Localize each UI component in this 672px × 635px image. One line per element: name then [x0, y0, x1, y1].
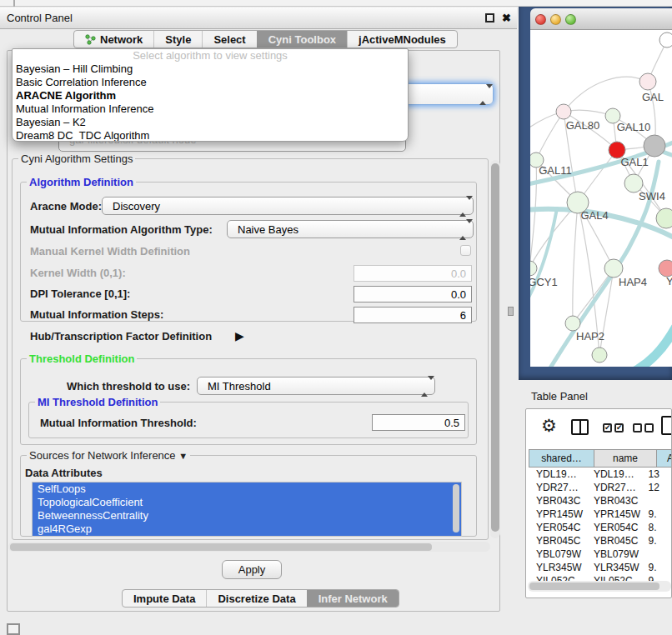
table-hscrollbar-thumb[interactable]	[529, 582, 659, 590]
tab-style-label: Style	[165, 33, 191, 46]
network-node-right-green[interactable]	[656, 208, 672, 228]
algorithm-option-bayesian-hill-climbing[interactable]: Bayesian – Hill Climbing	[13, 62, 408, 76]
table-cell	[640, 494, 672, 508]
table-cell: YDL19…	[529, 468, 586, 481]
hub-factor-expander-label[interactable]: Hub/Transcription Factor Definition	[30, 330, 212, 342]
top-toolbar-tick	[13, 0, 15, 7]
aracne-mode-combo[interactable]: Discovery	[102, 197, 474, 215]
mi-threshold-field[interactable]: 0.5	[372, 414, 465, 431]
algorithm-option-aracne-algorithm[interactable]: ARACNE Algorithm	[13, 89, 408, 102]
table-cell: YBR045C	[529, 534, 586, 548]
network-node-hap4[interactable]	[604, 259, 623, 278]
table-body: YDL19…YDL19…13YDR27…YDR27…12YBR043CYBR04…	[529, 468, 672, 588]
dpi-tolerance-value: 0.0	[451, 288, 466, 301]
window-minimize-button[interactable]	[550, 14, 561, 25]
algorithm-option-bayesian-k2[interactable]: Bayesian – K2	[13, 116, 408, 129]
network-node-gal-top[interactable]	[639, 73, 656, 90]
table-row-5[interactable]: YBR045CYBR045C9.	[529, 534, 672, 548]
tab-impute-data-label: Impute Data	[133, 592, 195, 605]
network-node-label-gal10: GAL10	[617, 121, 650, 133]
which-threshold-label: Which threshold to use:	[67, 380, 190, 392]
tab-select[interactable]: Select	[202, 31, 256, 48]
float-panel-icon[interactable]	[7, 623, 20, 635]
control-panel-titlebar: Control Panel ✖	[0, 8, 517, 29]
table-row-2[interactable]: YBR043CYBR043C	[529, 494, 672, 508]
table-row-1[interactable]: YDR27…YDR27…12	[529, 481, 672, 494]
split-columns-icon[interactable]	[571, 419, 589, 435]
table-cell: YDR27…	[529, 481, 586, 494]
tab-infer-network[interactable]: Infer Network	[307, 590, 399, 607]
mi-steps-value: 6	[460, 309, 466, 322]
algorithm-option-basic-correlation-inference[interactable]: Basic Correlation Inference	[13, 76, 408, 89]
unchecked-checkboxes-icon[interactable]	[633, 423, 654, 432]
which-threshold-combo[interactable]: MI Threshold	[197, 377, 435, 395]
document-icon[interactable]	[661, 416, 672, 435]
apply-button[interactable]: Apply	[222, 560, 282, 579]
manual-kernel-width-checkbox[interactable]	[460, 245, 471, 256]
tab-discretize-data[interactable]: Discretize Data	[206, 590, 306, 607]
mi-steps-label: Mutual Information Steps:	[30, 308, 163, 321]
combo-stepper-icon	[421, 380, 429, 392]
float-window-icon[interactable]	[485, 13, 494, 22]
table-row-4[interactable]: YER054CYER054C8.	[529, 521, 672, 534]
kernel-width-label: Kernel Width (0,1):	[30, 267, 126, 279]
table-row-0[interactable]: YDL19…YDL19…13	[529, 468, 672, 481]
close-icon[interactable]: ✖	[502, 11, 511, 26]
network-node-y-salmon[interactable]	[659, 260, 672, 277]
algorithm-option-dream8-dc-tdc-algorithm[interactable]: Dream8 DC_TDC Algorithm	[13, 129, 408, 142]
table-cell: YBL079W	[529, 548, 586, 561]
attribute-item-gal4rgexp[interactable]: gal4RGexp	[33, 522, 461, 536]
table-cell: 8.	[640, 521, 672, 534]
tab-style[interactable]: Style	[153, 31, 202, 48]
sources-title[interactable]: Sources for Network Inference ▼	[27, 449, 190, 462]
mi-algorithm-type-combo[interactable]: Naive Bayes	[227, 220, 474, 238]
settings-hscrollbar-thumb[interactable]	[10, 543, 432, 551]
network-node-gcy1[interactable]	[530, 261, 537, 276]
network-window-titlebar[interactable]	[530, 8, 672, 30]
control-panel-title: Control Panel	[7, 8, 73, 28]
combo-stepper-icon	[459, 223, 467, 235]
attributes-scrollbar-thumb[interactable]	[453, 484, 459, 532]
split-pane-handle[interactable]	[508, 307, 514, 316]
expand-right-icon[interactable]: ▶	[235, 329, 244, 342]
tab-network[interactable]: Network	[74, 31, 153, 48]
algorithm-option-mutual-information-inference[interactable]: Mutual Information Inference	[13, 102, 408, 116]
network-node-bottom-green[interactable]	[592, 348, 607, 362]
table-cell: YLR345W	[529, 561, 586, 574]
table-cell: 13	[640, 468, 672, 481]
table-row-6[interactable]: YBL079WYBL079W	[529, 548, 672, 561]
tab-cyni-toolbox[interactable]: Cyni Toolbox	[257, 31, 347, 48]
mi-threshold-label: Mutual Information Threshold:	[40, 417, 197, 429]
dpi-tolerance-field[interactable]: 0.0	[354, 286, 472, 302]
network-node-gray-node[interactable]	[644, 135, 665, 157]
column-header-shared[interactable]: shared…	[529, 449, 594, 468]
table-row-3[interactable]: YPR145WYPR145W9.	[529, 508, 672, 521]
algorithm-dropdown-popup: Select algorithm to view settings Bayesi…	[12, 48, 409, 142]
attribute-item-betweennesscentrality[interactable]: BetweennessCentrality	[33, 509, 461, 522]
kernel-width-field[interactable]: 0.0	[354, 265, 472, 282]
tab-jactivemnodules[interactable]: jActiveMNodules	[347, 31, 457, 48]
network-canvas[interactable]: GALGAL80GAL10GAL1GAL11SWI4GAL4GCY1HAP4YH…	[530, 30, 672, 367]
tab-impute-data[interactable]: Impute Data	[123, 590, 206, 607]
network-svg: GALGAL80GAL10GAL1GAL11SWI4GAL4GCY1HAP4YH…	[530, 30, 672, 367]
column-header-name[interactable]: name	[594, 449, 657, 468]
column-header-a[interactable]: A	[657, 449, 672, 468]
settings-scrollbar-thumb[interactable]	[491, 163, 499, 532]
attribute-item-selfloops[interactable]: SelfLoops	[33, 482, 461, 496]
table-row-7[interactable]: YLR345WYLR345W9.	[529, 561, 672, 574]
network-node-gal80[interactable]	[556, 104, 571, 119]
network-edge	[564, 77, 648, 112]
network-node-hap2[interactable]	[565, 316, 580, 331]
mi-steps-field[interactable]: 6	[354, 307, 472, 323]
attribute-item-topologicalcoefficient[interactable]: TopologicalCoefficient	[33, 496, 461, 509]
window-zoom-button[interactable]	[565, 14, 576, 25]
mi-threshold-title: MI Threshold Definition	[35, 396, 160, 408]
network-node-top-arc[interactable]	[659, 32, 672, 48]
network-node-label-gal1: GAL1	[620, 156, 648, 168]
collapse-down-icon[interactable]: ▼	[178, 451, 188, 461]
table-cell: YDR27…	[586, 481, 641, 494]
window-close-button[interactable]	[535, 14, 546, 25]
gear-icon[interactable]: ⚙	[541, 417, 557, 434]
checked-checkboxes-icon[interactable]	[603, 423, 624, 432]
mi-algorithm-type-label: Mutual Information Algorithm Type:	[30, 223, 213, 236]
